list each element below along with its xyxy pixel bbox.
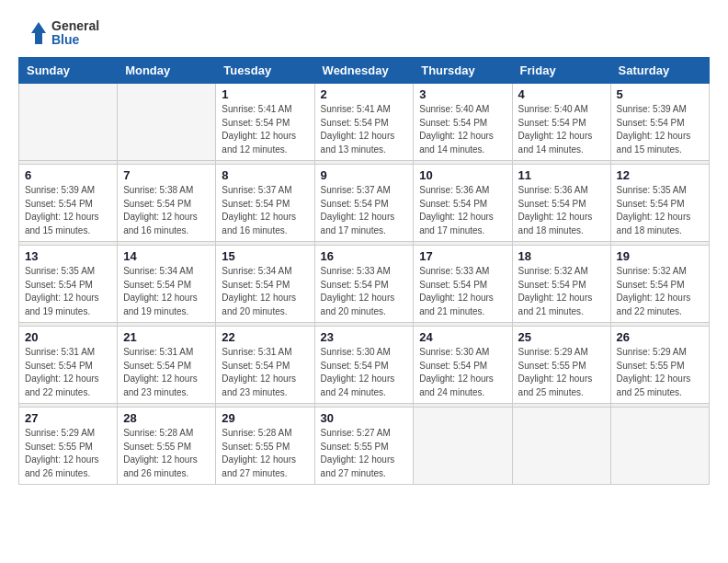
calendar-cell: 8Sunrise: 5:37 AM Sunset: 5:54 PM Daylig… xyxy=(216,165,314,242)
calendar-cell: 3Sunrise: 5:40 AM Sunset: 5:54 PM Daylig… xyxy=(414,84,512,161)
logo: General Blue xyxy=(18,18,99,48)
day-number: 23 xyxy=(321,330,408,344)
day-number: 20 xyxy=(25,330,111,344)
logo-blue: Blue xyxy=(51,33,99,47)
weekday-header-thursday: Thursday xyxy=(414,58,512,84)
day-number: 13 xyxy=(25,249,111,263)
calendar-cell: 4Sunrise: 5:40 AM Sunset: 5:54 PM Daylig… xyxy=(512,84,610,161)
day-info: Sunrise: 5:36 AM Sunset: 5:54 PM Dayligh… xyxy=(419,184,506,237)
day-info: Sunrise: 5:31 AM Sunset: 5:54 PM Dayligh… xyxy=(123,346,210,399)
day-number: 11 xyxy=(518,168,605,182)
calendar-cell: 23Sunrise: 5:30 AM Sunset: 5:54 PM Dayli… xyxy=(314,327,414,404)
day-info: Sunrise: 5:27 AM Sunset: 5:55 PM Dayligh… xyxy=(321,427,408,480)
day-info: Sunrise: 5:37 AM Sunset: 5:54 PM Dayligh… xyxy=(321,184,408,237)
day-info: Sunrise: 5:28 AM Sunset: 5:55 PM Dayligh… xyxy=(123,427,210,480)
calendar-cell: 16Sunrise: 5:33 AM Sunset: 5:54 PM Dayli… xyxy=(314,246,414,323)
weekday-header-friday: Friday xyxy=(512,58,610,84)
day-info: Sunrise: 5:31 AM Sunset: 5:54 PM Dayligh… xyxy=(25,346,111,399)
calendar-cell: 25Sunrise: 5:29 AM Sunset: 5:55 PM Dayli… xyxy=(512,327,610,404)
calendar-cell: 30Sunrise: 5:27 AM Sunset: 5:55 PM Dayli… xyxy=(314,408,414,485)
day-number: 12 xyxy=(617,168,703,182)
calendar-cell: 2Sunrise: 5:41 AM Sunset: 5:54 PM Daylig… xyxy=(314,84,414,161)
day-info: Sunrise: 5:35 AM Sunset: 5:54 PM Dayligh… xyxy=(617,184,703,237)
calendar-cell: 22Sunrise: 5:31 AM Sunset: 5:54 PM Dayli… xyxy=(216,327,314,404)
day-info: Sunrise: 5:36 AM Sunset: 5:54 PM Dayligh… xyxy=(518,184,605,237)
day-info: Sunrise: 5:33 AM Sunset: 5:54 PM Dayligh… xyxy=(321,265,408,318)
day-info: Sunrise: 5:32 AM Sunset: 5:54 PM Dayligh… xyxy=(518,265,605,318)
weekday-header-wednesday: Wednesday xyxy=(314,58,414,84)
day-number: 7 xyxy=(123,168,210,182)
calendar-cell: 14Sunrise: 5:34 AM Sunset: 5:54 PM Dayli… xyxy=(118,246,216,323)
calendar-cell: 18Sunrise: 5:32 AM Sunset: 5:54 PM Dayli… xyxy=(512,246,610,323)
day-number: 19 xyxy=(617,249,703,263)
calendar-cell: 29Sunrise: 5:28 AM Sunset: 5:55 PM Dayli… xyxy=(216,408,314,485)
day-info: Sunrise: 5:39 AM Sunset: 5:54 PM Dayligh… xyxy=(25,184,111,237)
day-number: 15 xyxy=(222,249,308,263)
day-info: Sunrise: 5:41 AM Sunset: 5:54 PM Dayligh… xyxy=(321,103,408,156)
day-number: 18 xyxy=(518,249,605,263)
day-number: 24 xyxy=(419,330,506,344)
logo-block: General Blue xyxy=(18,18,99,48)
day-info: Sunrise: 5:39 AM Sunset: 5:54 PM Dayligh… xyxy=(617,103,703,156)
calendar-cell: 28Sunrise: 5:28 AM Sunset: 5:55 PM Dayli… xyxy=(118,408,216,485)
day-info: Sunrise: 5:29 AM Sunset: 5:55 PM Dayligh… xyxy=(617,346,703,399)
day-number: 30 xyxy=(321,411,408,425)
calendar-week-row: 6Sunrise: 5:39 AM Sunset: 5:54 PM Daylig… xyxy=(19,165,710,242)
calendar-cell: 11Sunrise: 5:36 AM Sunset: 5:54 PM Dayli… xyxy=(512,165,610,242)
calendar-cell xyxy=(610,408,709,485)
day-number: 26 xyxy=(617,330,703,344)
calendar-cell: 26Sunrise: 5:29 AM Sunset: 5:55 PM Dayli… xyxy=(610,327,709,404)
calendar-cell: 17Sunrise: 5:33 AM Sunset: 5:54 PM Dayli… xyxy=(414,246,512,323)
calendar-cell xyxy=(118,84,216,161)
day-number: 8 xyxy=(222,168,308,182)
weekday-header-saturday: Saturday xyxy=(610,58,709,84)
day-number: 4 xyxy=(518,87,605,101)
calendar-table: SundayMondayTuesdayWednesdayThursdayFrid… xyxy=(18,57,710,485)
weekday-header-row: SundayMondayTuesdayWednesdayThursdayFrid… xyxy=(19,58,710,84)
day-info: Sunrise: 5:30 AM Sunset: 5:54 PM Dayligh… xyxy=(321,346,408,399)
calendar-cell xyxy=(19,84,118,161)
day-number: 21 xyxy=(123,330,210,344)
day-info: Sunrise: 5:31 AM Sunset: 5:54 PM Dayligh… xyxy=(222,346,308,399)
calendar-cell: 24Sunrise: 5:30 AM Sunset: 5:54 PM Dayli… xyxy=(414,327,512,404)
day-number: 16 xyxy=(321,249,408,263)
day-number: 22 xyxy=(222,330,308,344)
calendar-week-row: 20Sunrise: 5:31 AM Sunset: 5:54 PM Dayli… xyxy=(19,327,710,404)
day-info: Sunrise: 5:30 AM Sunset: 5:54 PM Dayligh… xyxy=(419,346,506,399)
calendar-week-row: 1Sunrise: 5:41 AM Sunset: 5:54 PM Daylig… xyxy=(19,84,710,161)
logo-icon xyxy=(18,18,48,48)
calendar-cell: 9Sunrise: 5:37 AM Sunset: 5:54 PM Daylig… xyxy=(314,165,414,242)
day-number: 10 xyxy=(419,168,506,182)
day-info: Sunrise: 5:29 AM Sunset: 5:55 PM Dayligh… xyxy=(518,346,605,399)
day-number: 29 xyxy=(222,411,308,425)
day-info: Sunrise: 5:40 AM Sunset: 5:54 PM Dayligh… xyxy=(518,103,605,156)
calendar-cell: 20Sunrise: 5:31 AM Sunset: 5:54 PM Dayli… xyxy=(19,327,118,404)
day-info: Sunrise: 5:38 AM Sunset: 5:54 PM Dayligh… xyxy=(123,184,210,237)
calendar-cell: 10Sunrise: 5:36 AM Sunset: 5:54 PM Dayli… xyxy=(414,165,512,242)
day-number: 25 xyxy=(518,330,605,344)
day-number: 5 xyxy=(617,87,703,101)
calendar-cell xyxy=(414,408,512,485)
calendar-cell: 6Sunrise: 5:39 AM Sunset: 5:54 PM Daylig… xyxy=(19,165,118,242)
calendar-week-row: 13Sunrise: 5:35 AM Sunset: 5:54 PM Dayli… xyxy=(19,246,710,323)
calendar-cell: 21Sunrise: 5:31 AM Sunset: 5:54 PM Dayli… xyxy=(118,327,216,404)
calendar-week-row: 27Sunrise: 5:29 AM Sunset: 5:55 PM Dayli… xyxy=(19,408,710,485)
logo-general: General xyxy=(51,19,99,33)
calendar-cell: 27Sunrise: 5:29 AM Sunset: 5:55 PM Dayli… xyxy=(19,408,118,485)
weekday-header-sunday: Sunday xyxy=(19,58,118,84)
page-header: General Blue xyxy=(18,18,710,48)
weekday-header-tuesday: Tuesday xyxy=(216,58,314,84)
day-number: 27 xyxy=(25,411,111,425)
day-number: 1 xyxy=(222,87,308,101)
day-info: Sunrise: 5:37 AM Sunset: 5:54 PM Dayligh… xyxy=(222,184,308,237)
weekday-header-monday: Monday xyxy=(118,58,216,84)
day-number: 14 xyxy=(123,249,210,263)
calendar-cell: 1Sunrise: 5:41 AM Sunset: 5:54 PM Daylig… xyxy=(216,84,314,161)
day-info: Sunrise: 5:28 AM Sunset: 5:55 PM Dayligh… xyxy=(222,427,308,480)
day-info: Sunrise: 5:34 AM Sunset: 5:54 PM Dayligh… xyxy=(123,265,210,318)
calendar-cell: 15Sunrise: 5:34 AM Sunset: 5:54 PM Dayli… xyxy=(216,246,314,323)
calendar-cell: 12Sunrise: 5:35 AM Sunset: 5:54 PM Dayli… xyxy=(610,165,709,242)
day-info: Sunrise: 5:34 AM Sunset: 5:54 PM Dayligh… xyxy=(222,265,308,318)
calendar-cell: 7Sunrise: 5:38 AM Sunset: 5:54 PM Daylig… xyxy=(118,165,216,242)
day-number: 6 xyxy=(25,168,111,182)
